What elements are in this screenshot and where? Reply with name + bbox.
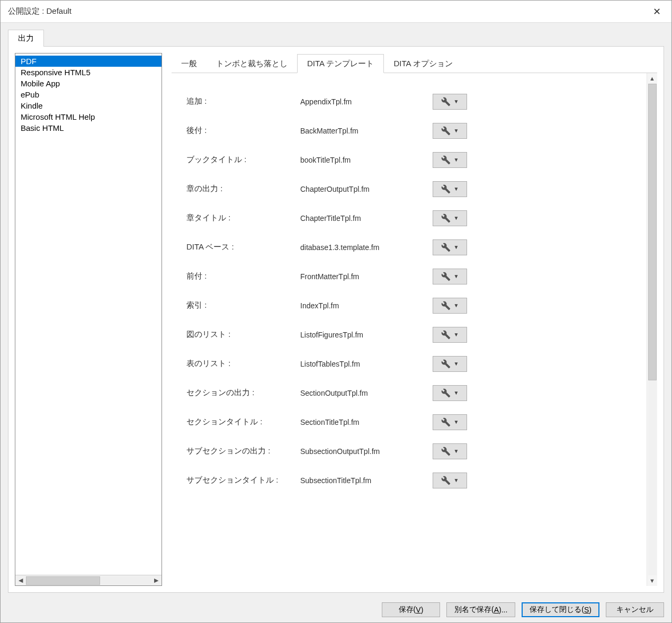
chevron-down-icon: ▼ — [454, 273, 459, 279]
template-options-button[interactable]: ▼ — [433, 269, 467, 284]
template-label: ブックタイトル : — [186, 155, 300, 165]
save-close-button-label: 保存して閉じる( — [530, 605, 584, 615]
save-as-button[interactable]: 別名で保存(A)... — [446, 602, 515, 617]
chevron-down-icon: ▼ — [454, 361, 459, 367]
sidebar-item-ms-html-help[interactable]: Microsoft HTML Help — [15, 111, 162, 122]
template-value: IndexTpl.fm — [300, 301, 433, 310]
tab-dita-templates[interactable]: DITA テンプレート — [297, 54, 384, 73]
scroll-up-icon[interactable]: ▲ — [648, 73, 657, 84]
chevron-down-icon: ▼ — [454, 186, 459, 192]
sidebar-item-mobile-app[interactable]: Mobile App — [15, 78, 162, 89]
template-options-button[interactable]: ▼ — [433, 239, 467, 255]
template-row: セクションの出力 : SectionOutputTpl.fm ▼ — [186, 378, 640, 407]
dialog-body: 出力 PDF Responsive HTML5 Mobile App ePub … — [1, 23, 671, 597]
template-options-button[interactable]: ▼ — [433, 327, 467, 343]
scroll-down-icon[interactable]: ▼ — [648, 575, 657, 586]
sidebar-item-epub[interactable]: ePub — [15, 89, 162, 100]
template-options-button[interactable]: ▼ — [433, 181, 467, 197]
template-value: ChapterTitleTpl.fm — [300, 214, 433, 222]
template-value: SectionOutputTpl.fm — [300, 389, 433, 397]
scroll-thumb[interactable] — [26, 576, 100, 585]
sidebar-item-basic-html[interactable]: Basic HTML — [15, 122, 162, 134]
chevron-down-icon: ▼ — [454, 128, 459, 134]
window-title: 公開設定 : Default — [8, 6, 71, 16]
dialog-button-row: 保存(V) 別名で保存(A)... 保存して閉じる(S) キャンセル — [1, 597, 671, 622]
save-button[interactable]: 保存(V) — [382, 602, 440, 617]
sidebar-horizontal-scrollbar[interactable]: ◀ ▶ — [15, 575, 162, 585]
vertical-scrollbar[interactable]: ▲ ▼ — [647, 73, 657, 586]
chevron-down-icon: ▼ — [454, 448, 459, 454]
template-options-button[interactable]: ▼ — [433, 385, 467, 401]
wrench-icon — [441, 272, 451, 281]
chevron-down-icon: ▼ — [454, 332, 459, 337]
template-row: サブセクションタイトル : SubsectionTitleTpl.fm ▼ — [186, 466, 640, 495]
template-row: 表のリスト : ListofTablesTpl.fm ▼ — [186, 349, 640, 378]
scroll-track[interactable] — [26, 576, 151, 585]
template-rows: 追加 : AppendixTpl.fm ▼ 後付 : BackMatterTpl… — [172, 73, 647, 586]
template-row: 章の出力 : ChapterOutputTpl.fm ▼ — [186, 174, 640, 203]
wrench-icon — [441, 243, 451, 252]
template-label: 章の出力 : — [186, 184, 300, 194]
template-label: サブセクションの出力 : — [186, 446, 300, 456]
scroll-left-icon[interactable]: ◀ — [15, 576, 26, 585]
save-and-close-button[interactable]: 保存して閉じる(S) — [522, 602, 599, 617]
template-label: セクションタイトル : — [186, 417, 300, 427]
template-options-button[interactable]: ▼ — [433, 123, 467, 139]
template-label: セクションの出力 : — [186, 388, 300, 398]
wrench-icon — [441, 417, 451, 427]
save-close-button-accel: S — [584, 606, 589, 614]
template-row: セクションタイトル : SectionTitleTpl.fm ▼ — [186, 407, 640, 437]
template-label: サブセクションタイトル : — [186, 475, 300, 485]
sidebar-item-kindle[interactable]: Kindle — [15, 100, 162, 111]
template-value: SubsectionOutputTpl.fm — [300, 447, 433, 456]
template-value: bookTitleTpl.fm — [300, 156, 433, 164]
wrench-icon — [441, 447, 451, 456]
save-close-button-end: ) — [589, 606, 592, 614]
chevron-down-icon: ▼ — [454, 419, 459, 425]
save-as-button-accel: A — [494, 606, 499, 614]
close-button[interactable]: ✕ — [642, 1, 671, 23]
template-row: 前付 : FrontMatterTpl.fm ▼ — [186, 262, 640, 291]
template-options-button[interactable]: ▼ — [433, 152, 467, 168]
template-value: ListofFiguresTpl.fm — [300, 331, 433, 339]
content-area: 追加 : AppendixTpl.fm ▼ 後付 : BackMatterTpl… — [172, 73, 657, 586]
wrench-icon — [441, 126, 451, 136]
chevron-down-icon: ▼ — [454, 215, 459, 221]
template-label: 表のリスト : — [186, 359, 300, 369]
template-row: DITA ベース : ditabase1.3.template.fm ▼ — [186, 233, 640, 262]
template-value: SectionTitleTpl.fm — [300, 418, 433, 426]
scroll-right-icon[interactable]: ▶ — [151, 576, 162, 585]
template-options-button[interactable]: ▼ — [433, 356, 467, 372]
tab-dita-options[interactable]: DITA オプション — [384, 55, 462, 73]
template-row: ブックタイトル : bookTitleTpl.fm ▼ — [186, 145, 640, 174]
wrench-icon — [441, 330, 451, 340]
cancel-button[interactable]: キャンセル — [606, 602, 664, 617]
sidebar-item-responsive-html5[interactable]: Responsive HTML5 — [15, 67, 162, 78]
scroll-thumb-vertical[interactable] — [648, 84, 657, 380]
template-options-button[interactable]: ▼ — [433, 298, 467, 314]
tab-general[interactable]: 一般 — [172, 55, 207, 73]
template-options-button[interactable]: ▼ — [433, 443, 467, 459]
right-pane: 一般 トンボと裁ち落とし DITA テンプレート DITA オプション 追加 :… — [172, 53, 657, 586]
output-format-list: PDF Responsive HTML5 Mobile App ePub Kin… — [15, 53, 162, 586]
scroll-track-vertical[interactable] — [648, 84, 657, 575]
sidebar-item-pdf[interactable]: PDF — [15, 56, 162, 67]
outer-panel: PDF Responsive HTML5 Mobile App ePub Kin… — [8, 46, 664, 593]
template-options-button[interactable]: ▼ — [433, 473, 467, 488]
template-value: ditabase1.3.template.fm — [300, 243, 433, 252]
wrench-icon — [441, 213, 451, 223]
template-value: BackMatterTpl.fm — [300, 127, 433, 135]
chevron-down-icon: ▼ — [454, 99, 459, 104]
template-row: 後付 : BackMatterTpl.fm ▼ — [186, 116, 640, 145]
chevron-down-icon: ▼ — [454, 302, 459, 308]
template-label: 追加 : — [186, 96, 300, 106]
template-value: ListofTablesTpl.fm — [300, 360, 433, 368]
template-value: FrontMatterTpl.fm — [300, 272, 433, 281]
template-options-button[interactable]: ▼ — [433, 414, 467, 430]
template-options-button[interactable]: ▼ — [433, 210, 467, 226]
tab-output[interactable]: 出力 — [8, 30, 44, 47]
template-options-button[interactable]: ▼ — [433, 94, 467, 110]
tab-marks-bleed[interactable]: トンボと裁ち落とし — [207, 55, 297, 73]
template-label: 章タイトル : — [186, 213, 300, 223]
wrench-icon — [441, 476, 451, 485]
